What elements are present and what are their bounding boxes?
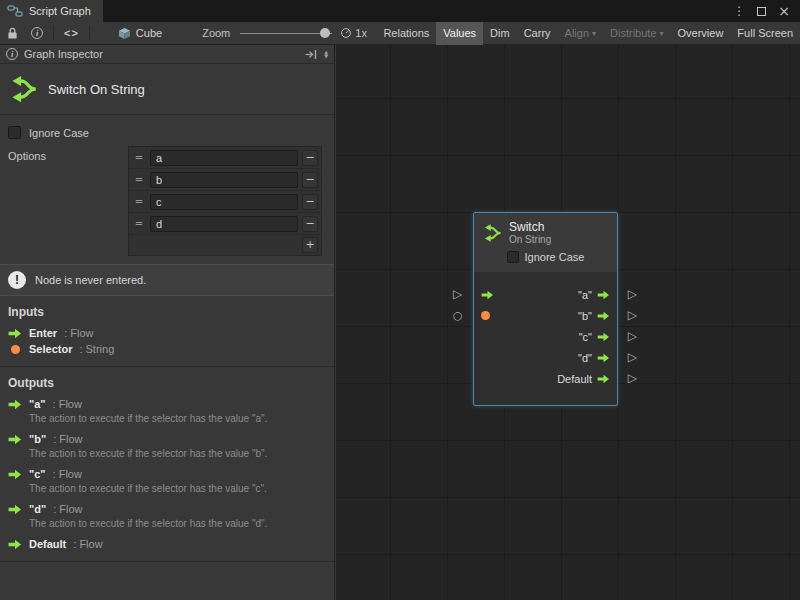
node-port-row: ▷ "a" ▷	[474, 284, 617, 305]
zoom-slider-handle[interactable]	[320, 28, 330, 38]
lock-icon	[7, 27, 18, 40]
output-port-d[interactable]	[597, 353, 610, 363]
output-port-c[interactable]	[597, 332, 610, 342]
input-port-name: Selector	[29, 343, 72, 355]
option-row: = −	[129, 191, 321, 213]
align-label: Align	[565, 27, 589, 39]
output-port-default[interactable]	[597, 374, 610, 384]
window-menu-icon[interactable]: ⋮	[733, 5, 745, 17]
option-input[interactable]	[150, 194, 298, 210]
warning-icon: !	[8, 271, 26, 289]
graph-canvas[interactable]: Switch On String Ignore Case ▷ "a"	[336, 45, 800, 600]
zoom-slider[interactable]	[240, 28, 332, 39]
zoom-label: Zoom	[202, 27, 230, 39]
drag-handle-icon[interactable]: =	[132, 174, 146, 185]
spin-down-icon: ▼	[324, 54, 328, 58]
add-option-button[interactable]: +	[302, 237, 318, 253]
relations-button[interactable]: Relations	[376, 22, 436, 45]
node-title-block: Switch On String	[0, 64, 334, 115]
options-list: = − = − = − = −	[128, 146, 322, 256]
overview-button[interactable]: Overview	[671, 22, 731, 45]
lock-button[interactable]	[7, 27, 18, 40]
chevron-down-icon: ▾	[592, 29, 596, 38]
connection-triangle-icon[interactable]: ▷	[628, 308, 637, 323]
output-port-name: "d"	[29, 503, 46, 515]
script-graph-icon	[7, 5, 23, 17]
node-port-row: "c" ▷	[474, 326, 617, 347]
code-icon[interactable]: <>	[64, 27, 79, 39]
option-input[interactable]	[150, 172, 298, 188]
connection-circle-icon[interactable]: ○	[453, 308, 463, 323]
toolbar-buttons: Relations Values Dim Carry Align ▾ Distr…	[376, 22, 800, 45]
fullscreen-button[interactable]: Full Screen	[730, 22, 800, 45]
option-row: = −	[129, 147, 321, 169]
enter-port[interactable]	[481, 290, 495, 300]
output-port-description: The action to execute if the selector ha…	[0, 517, 334, 536]
output-port-row: Default : Flow	[0, 536, 334, 552]
graph-inspector-header: i Graph Inspector ▲ ▼	[0, 45, 334, 64]
tab-script-graph[interactable]: Script Graph	[0, 0, 103, 22]
node-title: Switch	[509, 221, 551, 234]
cube-icon	[118, 27, 131, 40]
zoom-value: 1x	[355, 27, 367, 39]
zoom-reset-button[interactable]: 1x	[340, 27, 367, 39]
distribute-label: Distribute	[610, 27, 656, 39]
zoom-slider-track	[240, 33, 332, 34]
output-port-row: "c" : Flow	[0, 466, 334, 482]
remove-option-button[interactable]: −	[302, 216, 318, 232]
script-graph-window: Script Graph ⋮ × i <> Cube Zoom	[0, 0, 800, 600]
dock-panel-icon[interactable]	[305, 49, 317, 60]
node-ignore-case-checkbox[interactable]	[507, 251, 519, 263]
output-port-name: Default	[29, 538, 66, 550]
selector-port[interactable]	[481, 311, 495, 320]
option-input[interactable]	[150, 150, 298, 166]
node-header[interactable]: Switch On String Ignore Case	[474, 213, 617, 272]
remove-option-button[interactable]: −	[302, 172, 318, 188]
toolbar-separator	[89, 26, 90, 40]
node-port-row: "d" ▷	[474, 347, 617, 368]
string-port-icon	[8, 345, 22, 354]
option-row: = −	[129, 169, 321, 191]
options-label: Options	[8, 150, 46, 162]
carry-button[interactable]: Carry	[517, 22, 558, 45]
option-input[interactable]	[150, 216, 298, 232]
align-button[interactable]: Align ▾	[558, 22, 603, 45]
node-ports: ▷ "a" ▷ ○ "b"	[474, 272, 617, 405]
output-port-label: "b"	[578, 310, 592, 322]
output-port-a[interactable]	[597, 290, 610, 300]
graph-owner-button[interactable]: Cube	[118, 27, 162, 40]
drag-handle-icon[interactable]: =	[132, 196, 146, 207]
remove-option-button[interactable]: −	[302, 194, 318, 210]
connection-triangle-icon[interactable]: ▷	[453, 287, 462, 302]
info-icon: i	[6, 48, 18, 60]
info-icon[interactable]: i	[31, 27, 43, 39]
drag-handle-icon[interactable]: =	[132, 218, 146, 229]
connection-triangle-icon[interactable]: ▷	[628, 329, 637, 344]
connection-triangle-icon[interactable]: ▷	[628, 371, 637, 386]
input-port-row: Enter : Flow	[0, 325, 334, 341]
ignore-case-checkbox[interactable]	[8, 126, 21, 139]
drag-handle-icon[interactable]: =	[132, 152, 146, 163]
dim-button[interactable]: Dim	[483, 22, 517, 45]
output-port-type: : Flow	[53, 398, 82, 410]
output-port-label: "c"	[579, 331, 592, 343]
output-port-b[interactable]	[597, 311, 610, 321]
connection-triangle-icon[interactable]: ▷	[628, 350, 637, 365]
output-port-name: "b"	[29, 433, 46, 445]
distribute-button[interactable]: Distribute ▾	[603, 22, 670, 45]
connection-triangle-icon[interactable]: ▷	[628, 287, 637, 302]
maximize-icon[interactable]	[757, 7, 766, 16]
ignore-case-label: Ignore Case	[29, 127, 89, 139]
switch-on-string-node[interactable]: Switch On String Ignore Case ▷ "a"	[473, 212, 618, 406]
output-port-type: : Flow	[73, 538, 102, 550]
options-section: Options = − = − = − =	[0, 146, 334, 256]
graph-inspector-title: Graph Inspector	[24, 48, 103, 60]
output-port-name: "c"	[29, 468, 46, 480]
node-title-row: Switch On String	[482, 220, 609, 246]
node-ignore-case-row: Ignore Case	[482, 246, 609, 268]
close-icon[interactable]: ×	[778, 4, 790, 18]
scrubber-icon[interactable]: ▲ ▼	[324, 50, 328, 58]
remove-option-button[interactable]: −	[302, 150, 318, 166]
values-button[interactable]: Values	[436, 22, 483, 45]
output-port-description: The action to execute if the selector ha…	[0, 447, 334, 466]
